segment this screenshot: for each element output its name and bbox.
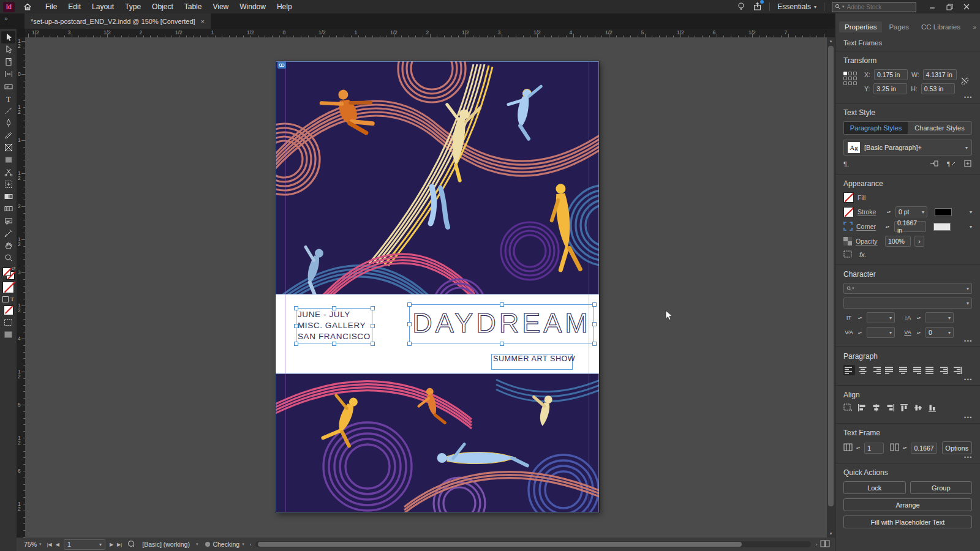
ruler-origin-corner[interactable] (17, 29, 25, 37)
formatting-affects-toggle[interactable]: T (2, 296, 14, 302)
gutter-stepper[interactable]: ▴▾ (903, 446, 907, 449)
collapse-dock-icon[interactable]: » (973, 24, 976, 31)
selection-handle[interactable] (294, 324, 298, 328)
fill-swatch[interactable] (843, 192, 854, 203)
redefine-style-icon[interactable] (930, 160, 938, 168)
menu-help[interactable]: Help (277, 2, 292, 11)
minimize-button[interactable] (924, 1, 941, 13)
group-button[interactable]: Group (910, 481, 973, 494)
stroke-label[interactable]: Stroke (858, 208, 883, 216)
align-toward-spine-button[interactable] (938, 365, 949, 375)
zoom-level-select[interactable]: 75%▾ (17, 541, 45, 548)
align-bottom-edges-button[interactable] (928, 403, 937, 413)
font-family-select[interactable]: ▾ ▾ (843, 283, 972, 294)
canvas-pasteboard[interactable]: JUNE - JULY MISC. GALLERY SAN FRANCISCO … (25, 37, 827, 538)
paragraph-styles-tab[interactable]: Paragraph Styles (844, 122, 908, 134)
stroke-weight-stepper[interactable]: ▴▾ (887, 211, 892, 214)
next-page-button[interactable]: ▶ (108, 542, 115, 547)
lightbulb-icon[interactable] (737, 2, 745, 12)
y-field[interactable]: 3.25 in (873, 83, 907, 94)
align-away-spine-button[interactable] (951, 365, 963, 375)
w-field[interactable]: 4.1317 in (923, 69, 957, 80)
home-icon[interactable] (23, 2, 32, 11)
search-input[interactable] (846, 3, 905, 11)
hand-tool[interactable] (1, 239, 15, 252)
effects-label[interactable]: fx. (859, 251, 867, 258)
more-options-icon[interactable]: ••• (964, 377, 973, 383)
align-center-button[interactable] (857, 365, 869, 375)
selection-handle[interactable] (332, 306, 336, 310)
constrain-proportions-icon[interactable] (960, 77, 968, 86)
menu-edit[interactable]: Edit (68, 2, 81, 11)
x-field[interactable]: 0.175 in (874, 69, 908, 80)
frame-tool[interactable] (1, 141, 15, 154)
share-icon[interactable] (753, 2, 762, 12)
opacity-expand-button[interactable]: › (914, 236, 924, 247)
selection-handle[interactable] (407, 302, 412, 307)
selection-handle[interactable] (294, 306, 298, 310)
eyedropper-tool[interactable] (1, 227, 15, 239)
reference-point-grid[interactable] (843, 72, 857, 85)
document-page[interactable]: JUNE - JULY MISC. GALLERY SAN FRANCISCO … (276, 61, 599, 512)
opacity-field[interactable]: 100% (885, 236, 911, 247)
selection-tool[interactable] (1, 31, 15, 43)
preview-mode-button[interactable] (4, 331, 13, 340)
more-options-icon[interactable]: ••• (964, 414, 973, 421)
horizontal-scrollbar[interactable] (255, 541, 811, 547)
selection-handle[interactable] (371, 342, 375, 346)
paragraph-mark-icon[interactable]: ¶. (843, 160, 849, 168)
align-to-selection-select[interactable] (843, 403, 853, 413)
paragraph-style-select[interactable]: Ag [Basic Paragraph]+ ▾ (843, 140, 972, 156)
align-horizontal-centers-button[interactable] (872, 403, 881, 413)
columns-stepper[interactable]: ▴▾ (856, 446, 861, 449)
font-size-field[interactable]: ▾ (867, 312, 895, 323)
kerning-stepper[interactable]: ▴▾ (858, 331, 863, 334)
selection-handle[interactable] (500, 342, 504, 346)
free-transform-tool[interactable] (1, 178, 15, 190)
apply-none-swatch[interactable] (4, 305, 13, 315)
more-options-icon[interactable]: ••• (964, 338, 973, 344)
columns-field[interactable]: 1 (864, 443, 884, 454)
page-number-field[interactable]: 1▾ (64, 539, 105, 550)
previous-page-button[interactable]: ◀ (54, 542, 61, 547)
vertical-ruler[interactable]: 1 201 211 221 231 241 251 261 2 (17, 37, 25, 538)
zoom-tool[interactable] (1, 252, 15, 264)
menu-window[interactable]: Window (239, 2, 266, 11)
tab-cc-libraries[interactable]: CC Libraries (916, 21, 966, 32)
menu-type[interactable]: Type (125, 2, 141, 11)
scroll-right-icon[interactable]: › (813, 542, 819, 547)
scroll-up-icon[interactable]: ▴ (827, 37, 835, 45)
fill-color-swatch[interactable] (2, 282, 14, 293)
content-collector-tool[interactable] (1, 80, 15, 92)
menu-layout[interactable]: Layout (92, 2, 114, 11)
pencil-tool[interactable] (1, 129, 15, 141)
leading-field[interactable]: ▾ (925, 312, 954, 323)
tab-properties[interactable]: Properties (839, 21, 882, 32)
gutter-field[interactable]: 0.1667 (911, 443, 937, 454)
type-tool[interactable]: T (1, 92, 15, 105)
align-vertical-centers-button[interactable] (914, 403, 923, 413)
corner-shape-well[interactable] (933, 223, 951, 231)
justify-all-button[interactable] (924, 365, 936, 375)
text-frame-options-button[interactable]: Options (942, 441, 972, 454)
selection-handle[interactable] (371, 306, 375, 310)
justify-right-button[interactable] (911, 365, 922, 375)
justify-left-button[interactable] (884, 365, 895, 375)
align-right-edges-button[interactable] (886, 403, 895, 413)
create-style-icon[interactable] (964, 160, 972, 168)
selection-handle[interactable] (592, 302, 597, 307)
close-button[interactable] (958, 1, 975, 13)
selection-handle[interactable] (407, 342, 412, 346)
font-size-stepper[interactable]: ▴▾ (858, 317, 863, 320)
clear-overrides-icon[interactable]: ¶ (947, 160, 956, 168)
vertical-scrollbar-thumb[interactable] (828, 46, 834, 506)
preflight-status-select[interactable]: Checking▾ (202, 541, 247, 548)
preset-select[interactable]: [Basic] (working)▾ (138, 541, 202, 548)
collapse-tools-icon[interactable]: » (4, 15, 8, 22)
restore-button[interactable] (941, 1, 958, 13)
menu-object[interactable]: Object (152, 2, 173, 11)
first-page-button[interactable]: |◀ (45, 542, 54, 547)
selection-handle[interactable] (407, 322, 412, 326)
tracking-field[interactable]: 0▾ (925, 327, 954, 338)
align-top-edges-button[interactable] (900, 403, 909, 413)
